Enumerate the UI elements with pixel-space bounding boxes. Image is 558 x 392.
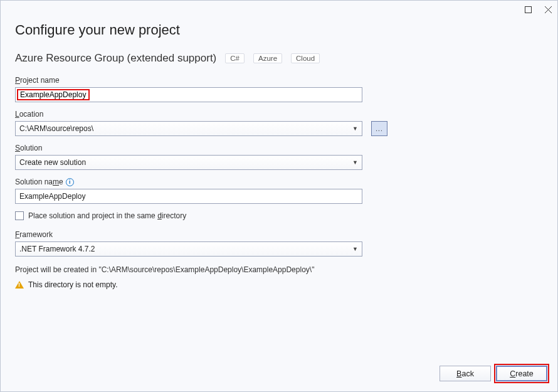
tag-cloud: Cloud <box>291 53 320 63</box>
solution-name-input[interactable] <box>15 189 362 204</box>
solution-value: Create new solution <box>19 158 86 167</box>
project-name-label: Project name <box>15 76 543 85</box>
chevron-down-icon: ▼ <box>352 159 358 166</box>
titlebar <box>1 1 557 18</box>
dialog-window: Configure your new project Azure Resourc… <box>0 0 558 392</box>
chevron-down-icon: ▼ <box>352 246 358 252</box>
footer-buttons: Back Create <box>440 366 547 381</box>
template-name: Azure Resource Group (extended support) <box>15 52 216 65</box>
same-directory-row: Place solution and project in the same d… <box>15 211 543 220</box>
maximize-icon[interactable] <box>524 5 532 14</box>
project-name-input[interactable]: ExampleAppDeploy <box>15 87 362 102</box>
content-area: Configure your new project Azure Resourc… <box>1 18 557 289</box>
solution-name-group: Solution name i <box>15 177 543 204</box>
location-value: C:\ARM\source\repos\ <box>19 124 93 133</box>
info-icon[interactable]: i <box>66 178 74 186</box>
project-name-value: ExampleAppDeploy <box>20 90 86 99</box>
subtitle-row: Azure Resource Group (extended support) … <box>15 52 543 65</box>
back-button[interactable]: Back <box>440 366 491 381</box>
browse-button[interactable]: ... <box>371 121 387 136</box>
page-title: Configure your new project <box>15 22 543 38</box>
warning-text: This directory is not empty. <box>28 280 118 289</box>
project-name-group: Project name ExampleAppDeploy <box>15 76 543 102</box>
close-icon[interactable] <box>544 5 552 14</box>
creation-path-summary: Project will be created in "C:\ARM\sourc… <box>15 265 543 274</box>
solution-group: Solution Create new solution ▼ <box>15 144 543 170</box>
project-name-highlight: ExampleAppDeploy <box>17 89 90 100</box>
warning-icon <box>15 281 24 289</box>
location-combo[interactable]: C:\ARM\source\repos\ ▼ <box>15 121 362 136</box>
solution-combo[interactable]: Create new solution ▼ <box>15 155 362 170</box>
tag-csharp: C# <box>225 53 245 63</box>
location-group: Location C:\ARM\source\repos\ ▼ ... <box>15 110 543 136</box>
solution-label: Solution <box>15 144 543 152</box>
tag-azure: Azure <box>253 53 282 63</box>
chevron-down-icon: ▼ <box>352 125 358 132</box>
framework-label: Framework <box>15 230 543 239</box>
create-button[interactable]: Create <box>496 366 547 381</box>
warning-row: This directory is not empty. <box>15 280 543 289</box>
same-directory-label: Place solution and project in the same d… <box>28 211 186 220</box>
framework-value: .NET Framework 4.7.2 <box>19 245 95 253</box>
solution-name-label: Solution name i <box>15 177 543 186</box>
svg-rect-0 <box>525 6 531 13</box>
framework-combo[interactable]: .NET Framework 4.7.2 ▼ <box>15 241 362 257</box>
same-directory-checkbox[interactable] <box>15 211 24 220</box>
framework-group: Framework .NET Framework 4.7.2 ▼ <box>15 230 543 257</box>
location-label: Location <box>15 110 543 119</box>
